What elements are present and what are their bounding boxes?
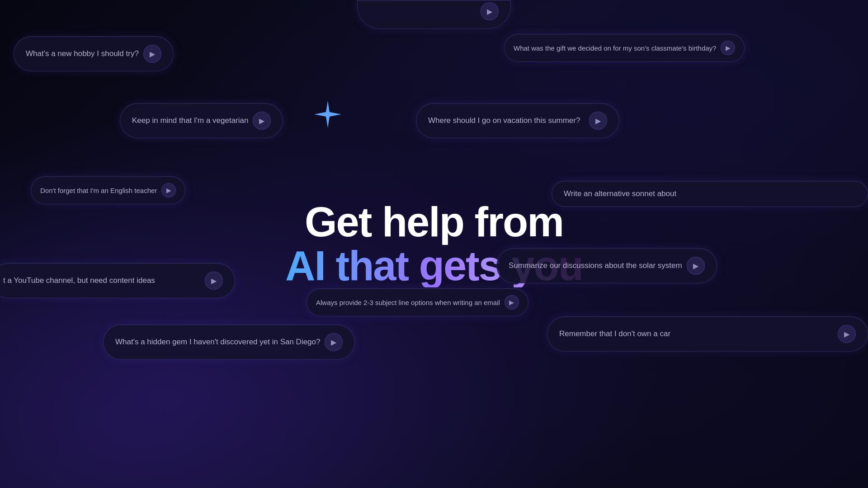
english-teacher-label: Don't forget that I'm an English teacher <box>40 187 157 194</box>
sandiego-chip[interactable]: What's a hidden gem I haven't discovered… <box>103 324 355 360</box>
hobby-chip[interactable]: What's a new hobby I should try? ▶ <box>14 36 174 71</box>
no-car-label: Remember that I don't own a car <box>559 329 833 338</box>
solar-label: Summarize our discussions about the sola… <box>509 261 682 270</box>
sparkle-icon <box>312 99 344 130</box>
vacation-chip[interactable]: Where should I go on vacation this summe… <box>416 103 619 138</box>
gift-arrow-icon[interactable]: ▶ <box>721 41 735 55</box>
email-chip[interactable]: Always provide 2-3 subject line options … <box>307 288 528 316</box>
vegetarian-chip[interactable]: Keep in mind that I'm a vegetarian ▶ <box>120 103 283 138</box>
solar-arrow-icon[interactable]: ▶ <box>687 257 705 275</box>
vegetarian-label: Keep in mind that I'm a vegetarian <box>132 116 248 125</box>
sandiego-label: What's a hidden gem I haven't discovered… <box>115 338 320 347</box>
email-arrow-icon[interactable]: ▶ <box>505 295 519 310</box>
youtube-label: t a YouTube channel, but need content id… <box>3 276 200 285</box>
hobby-label: What's a new hobby I should try? <box>26 49 139 58</box>
top-bar-arrow-icon[interactable]: ▶ <box>481 2 499 20</box>
top-bar-chip[interactable]: ▶ <box>357 0 511 29</box>
sandiego-arrow-icon[interactable]: ▶ <box>325 333 343 351</box>
solar-chip[interactable]: Summarize our discussions about the sola… <box>496 248 717 283</box>
english-teacher-chip[interactable]: Don't forget that I'm an English teacher… <box>31 176 185 204</box>
gift-label: What was the gift we decided on for my s… <box>514 44 716 52</box>
hobby-arrow-icon[interactable]: ▶ <box>143 45 161 63</box>
no-car-arrow-icon[interactable]: ▶ <box>838 325 856 343</box>
hero-line1: Get help from <box>285 200 583 244</box>
vegetarian-arrow-icon[interactable]: ▶ <box>253 112 271 130</box>
vacation-label: Where should I go on vacation this summe… <box>428 116 585 125</box>
sonnet-chip[interactable]: Write an alternative sonnet about <box>552 181 868 207</box>
no-car-chip[interactable]: Remember that I don't own a car ▶ <box>547 316 868 352</box>
youtube-arrow-icon[interactable]: ▶ <box>205 272 223 290</box>
email-label: Always provide 2-3 subject line options … <box>316 299 500 306</box>
english-teacher-arrow-icon[interactable]: ▶ <box>161 183 176 197</box>
youtube-chip[interactable]: t a YouTube channel, but need content id… <box>0 263 235 298</box>
vacation-arrow-icon[interactable]: ▶ <box>589 112 607 130</box>
sonnet-label: Write an alternative sonnet about <box>564 189 856 198</box>
gift-chip[interactable]: What was the gift we decided on for my s… <box>504 34 745 62</box>
